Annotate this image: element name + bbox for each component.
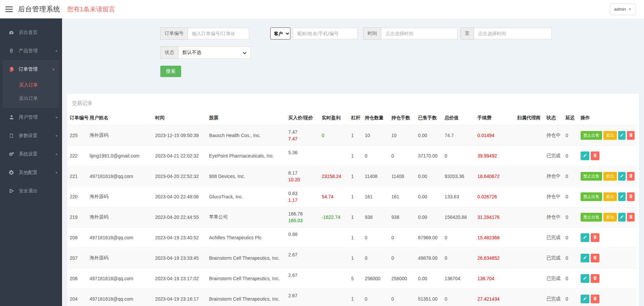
edit-button[interactable] xyxy=(581,295,589,303)
col-live-profit: 实时盈利 xyxy=(319,112,348,125)
cell-delay: 0 xyxy=(563,228,578,248)
delete-button[interactable] xyxy=(591,274,599,283)
table-row: 220海外源码2023-04-20 22:48:06GlucoTrack, In… xyxy=(67,187,637,207)
user-dropdown[interactable]: admin ▼ xyxy=(610,3,636,15)
table-row: 204497181618@qq.com2023-04-19 23:16:17Br… xyxy=(67,289,637,306)
cell-sold-lots: 37170.00 xyxy=(415,146,442,166)
status-label: 状态 xyxy=(160,47,178,59)
cell-delay: 0 xyxy=(563,207,578,228)
sidebar-item-products[interactable]: 产品管理 ▸ xyxy=(0,42,62,60)
status-select[interactable]: 默认不选 xyxy=(178,47,251,59)
sidebar-item-system-settings[interactable]: 系统设置 ▸ xyxy=(0,145,62,163)
cell-leverage: 1 xyxy=(348,146,362,166)
delete-button[interactable] xyxy=(627,131,635,140)
col-total-value: 总价值 xyxy=(442,112,475,125)
cell-actions xyxy=(578,289,637,306)
delete-button[interactable] xyxy=(591,233,599,242)
customer-type-select[interactable]: 客户 xyxy=(270,27,290,40)
cell-stock: 苹果公司 xyxy=(206,207,285,228)
cell-sold-lots: 87968.00 xyxy=(415,228,442,248)
cell-sold-lots: 51351.00 xyxy=(415,289,442,306)
forbid-sell-button[interactable]: 禁止出售 xyxy=(581,213,602,222)
sidebar-item-other-config[interactable]: 其他配置 ▸ xyxy=(0,163,62,182)
cell-time: 2023-04-19 23:17:02 xyxy=(152,268,206,289)
edit-button[interactable] xyxy=(618,172,626,181)
search-button[interactable]: 搜索 xyxy=(160,66,181,77)
hamburger-menu-icon[interactable] xyxy=(5,5,13,13)
cell-position-lots: 161 xyxy=(389,187,415,207)
sidebar-item-users[interactable]: 用户管理 ▸ xyxy=(0,108,62,126)
cell-time: 2023-04-19 23:33:45 xyxy=(152,248,206,268)
cell-fee: 31.284176 xyxy=(475,207,514,228)
edit-button[interactable] xyxy=(581,254,589,262)
cell-buy-current-price: 2.67 xyxy=(285,248,319,268)
cell-actions: 禁止出售卖出 xyxy=(578,187,637,207)
edit-button[interactable] xyxy=(618,213,626,222)
cell-leverage: 1 xyxy=(348,207,362,228)
delete-button[interactable] xyxy=(591,295,599,303)
pencil-icon xyxy=(583,154,587,159)
forbid-sell-button[interactable]: 禁止出售 xyxy=(581,131,602,140)
filter-form: 订单编号 客户 时间 至 状态 默认不选 xyxy=(62,18,644,77)
edit-button[interactable] xyxy=(581,151,589,160)
cell-position-qty: 11408 xyxy=(362,166,388,187)
cell-position-lots: 0 xyxy=(389,248,415,268)
cell-stock: GlucoTrack, Inc. xyxy=(206,187,285,207)
delete-button[interactable] xyxy=(627,172,635,181)
cell-agent xyxy=(514,268,544,289)
main-content: 订单编号 客户 时间 至 状态 默认不选 xyxy=(62,18,644,306)
cell-stock: Brainstorm Cell Therapeutics, Inc. xyxy=(206,289,285,306)
sidebar-subitem-buy-orders[interactable]: 买入订单 xyxy=(3,78,59,92)
sell-button[interactable]: 卖出 xyxy=(603,131,617,140)
delete-button[interactable] xyxy=(627,192,635,201)
cell-user: 海外源码 xyxy=(87,248,152,268)
cell-time: 2023-04-20 22:44:55 xyxy=(152,207,206,228)
col-agent: 归属代理商 xyxy=(514,112,544,125)
forbid-sell-button[interactable]: 禁止出售 xyxy=(581,192,602,201)
time-to-input[interactable] xyxy=(474,27,552,40)
delete-button[interactable] xyxy=(627,213,635,222)
order-no-input[interactable] xyxy=(188,27,249,40)
delete-button[interactable] xyxy=(591,254,599,262)
cell-total-value: 133.63 xyxy=(442,187,475,207)
edit-button[interactable] xyxy=(581,233,589,242)
cell-fee: 27.421434 xyxy=(475,289,514,306)
edit-button[interactable] xyxy=(581,274,589,283)
sidebar-subitem-sell-orders[interactable]: 卖出订单 xyxy=(3,92,59,105)
cell-actions: 禁止出售卖出 xyxy=(578,166,637,187)
sidebar-item-orders[interactable]: 订单管理 ▸ xyxy=(3,60,59,78)
delete-button[interactable] xyxy=(591,151,599,160)
forbid-sell-button[interactable]: 禁止出售 xyxy=(581,172,602,181)
cell-actions xyxy=(578,268,637,289)
unread-message-notice[interactable]: 您有1条未读留言 xyxy=(67,5,115,14)
bitcoin-icon xyxy=(8,48,14,54)
logout-icon xyxy=(8,188,14,194)
cell-leverage: 1 xyxy=(348,289,362,306)
table-row: 207海外源码2023-04-19 23:33:45Brainstorm Cel… xyxy=(67,248,637,268)
customer-input[interactable] xyxy=(293,27,358,40)
sidebar: 后台首页 产品管理 ▸ 订单管理 ▸ 买入订单 卖出订单 xyxy=(0,18,62,306)
sell-button[interactable]: 卖出 xyxy=(603,172,617,181)
cell-user: 497181618@qq.com xyxy=(87,289,152,306)
sidebar-item-label: 用户管理 xyxy=(19,114,38,120)
sidebar-item-parameters[interactable]: 参数设置 ▸ xyxy=(0,126,62,145)
sidebar-item-logout[interactable]: 安全退出 xyxy=(0,182,62,200)
cell-status: 已完成 xyxy=(544,228,563,248)
cell-leverage: 1 xyxy=(348,228,362,248)
cell-stock: Brainstorm Cell Therapeutics, Inc. xyxy=(206,248,285,268)
cell-time: 2023-04-20 22:52:32 xyxy=(152,166,206,187)
time-label: 时间 xyxy=(363,27,381,40)
edit-button[interactable] xyxy=(618,192,626,201)
cell-order-id: 222 xyxy=(67,146,87,166)
time-from-input[interactable] xyxy=(381,27,458,40)
edit-button[interactable] xyxy=(618,131,626,140)
trash-icon xyxy=(593,276,597,281)
cell-user: 497181618@qq.com xyxy=(87,228,152,248)
sidebar-item-dashboard[interactable]: 后台首页 xyxy=(0,23,62,42)
sidebar-item-label: 系统设置 xyxy=(19,151,38,157)
chevron-right-icon: ▸ xyxy=(56,115,58,119)
cell-leverage: 1 xyxy=(348,166,362,187)
sell-button[interactable]: 卖出 xyxy=(603,192,617,201)
sell-button[interactable]: 卖出 xyxy=(603,213,617,222)
cell-sold-lots: 0.00 xyxy=(415,125,442,146)
